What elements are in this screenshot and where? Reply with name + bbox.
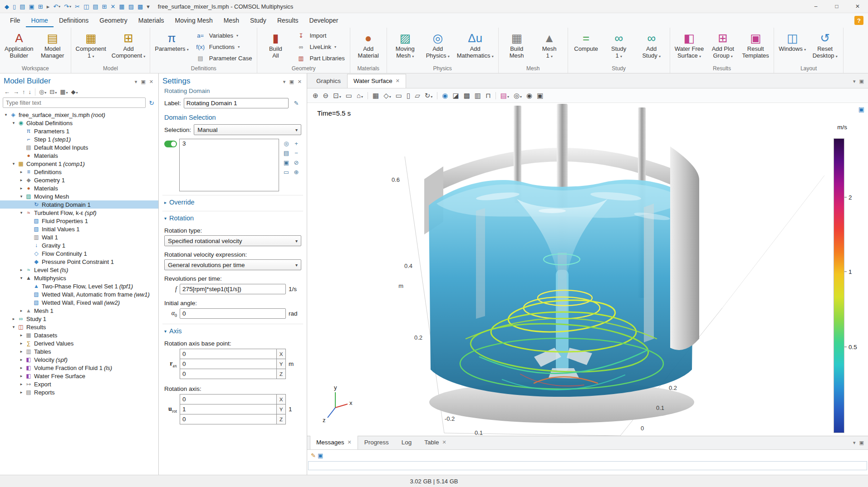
copy-selection-icon[interactable]: ▣ [281,158,291,167]
environment-icon[interactable]: ◎▾ [512,91,524,101]
menu-materials[interactable]: Materials [133,14,170,27]
material-color-icon[interactable]: ▩ [462,91,472,101]
base-y-field[interactable]: 0Y [180,359,286,369]
lock-view-icon[interactable]: ⊓ [484,91,493,101]
zoom-box-icon[interactable]: ▭ [344,91,354,101]
open-in-window-icon[interactable]: ▣ [318,452,323,459]
moving-mesh-button[interactable]: ▨MovingMesh ▾ [389,29,421,61]
tree-item-turbulent-flow-k-[interactable]: ▾≈Turbulent Flow, k-ε(spf) [0,209,158,217]
tree-item-moving-mesh[interactable]: ▾▨Moving Mesh [0,192,158,200]
back-icon[interactable]: ← [3,88,11,96]
expander-open-icon[interactable]: ▾ [18,276,25,280]
menu-home[interactable]: Home [26,14,54,27]
rotational-velocity-expression-dropdown[interactable]: General revolutions per time ▾ [164,259,301,270]
expander-closed-icon[interactable]: ▸ [18,333,25,337]
maximize-button[interactable]: □ [826,0,847,13]
close-panel-icon[interactable]: ✕ [148,78,155,85]
axis-z-field[interactable]: 0Z [180,414,286,424]
tree-item-definitions[interactable]: ▸≡Definitions [0,168,158,176]
base-x-field[interactable]: 0X [180,349,286,359]
zoom-out-icon[interactable]: ⊖ [321,91,331,101]
component-button[interactable]: ▦Component1 ▾ [74,29,108,61]
minimize-button[interactable]: – [805,0,826,13]
forward-icon[interactable]: → [12,88,20,96]
move-down-icon[interactable]: ↓ [27,88,33,96]
expander-closed-icon[interactable]: ▸ [10,317,17,321]
reset-desktop-button[interactable]: ↺ResetDesktop ▾ [809,29,841,61]
menu-developer[interactable]: Developer [304,14,344,27]
functions-button[interactable]: f(x)Functions▾ [192,41,255,53]
parameter-case-button[interactable]: ▤Parameter Case [192,53,255,64]
expander-closed-icon[interactable]: ▸ [18,268,25,272]
axis-y-field[interactable]: 1Y [180,404,286,414]
expander-closed-icon[interactable]: ▸ [18,382,25,386]
revolutions-per-time-input[interactable] [180,284,286,294]
messages-tab-table[interactable]: Table✕ [418,435,453,449]
tree-item-level-set[interactable]: ▸≈Level Set(ls) [0,266,158,274]
tree-item-free-surface-mixer-ls-mph[interactable]: ▾◈free_surface_mixer_ls.mph(root) [0,111,158,119]
graphics-tab-graphics[interactable]: Graphics [310,74,347,88]
tree-item-parameters-1[interactable]: πParameters 1 [0,127,158,135]
parameters-button[interactable]: πParameters ▾ [152,29,191,54]
tree-item-initial-values-1[interactable]: ▧Initial Values 1 [0,225,158,233]
menu-geometry[interactable]: Geometry [94,14,132,27]
remove-from-selection-icon[interactable]: − [291,148,301,158]
scene-light-icon[interactable]: ◉ [440,91,450,101]
show-options-icon[interactable]: ◎▾ [38,88,48,96]
tree-item-mesh-1[interactable]: ▸▲Mesh 1 [0,307,158,315]
tree-item-step-1[interactable]: ⌐Step 1(step1) [0,135,158,143]
section-domain-selection[interactable]: Domain Selection [162,113,303,121]
add-to-selection-icon[interactable]: + [291,139,301,148]
clear-messages-icon[interactable]: ✎ [311,452,316,459]
expander-open-icon[interactable]: ▾ [18,194,25,199]
result-templates-button[interactable]: ▣ResultTemplates [740,29,771,60]
save-icon[interactable]: ▣ [27,3,36,10]
tree-item-materials[interactable]: ▸●Materials [0,184,158,192]
build-mesh-button[interactable]: ▦BuildMesh [501,29,533,60]
build-all-button[interactable]: ▮BuildAll [260,29,291,60]
rotation-type-dropdown[interactable]: Specified rotational velocity ▾ [164,235,301,246]
tree-item-velocity[interactable]: ▸◧Velocity(spf) [0,356,158,364]
add-table-icon[interactable]: ▦ [117,3,126,10]
move-up-icon[interactable]: ↑ [21,88,27,96]
undo-icon[interactable]: ↶▾ [51,3,62,10]
add-mathematics-button[interactable]: ΔuAddMathematics ▾ [455,29,496,61]
table-settings-icon[interactable]: ▩ [136,3,145,10]
panel-menu-icon[interactable]: ▾ [282,78,287,85]
panel-menu-icon[interactable]: ▾ [852,77,857,85]
remove-table-icon[interactable]: ▨ [127,3,136,10]
color-table-icon[interactable]: ▤▾ [499,91,511,101]
menu-moving-mesh[interactable]: Moving Mesh [170,14,218,27]
tree-item-pressure-point-constraint-1[interactable]: ◆Pressure Point Constraint 1 [0,258,158,266]
3d-scene[interactable]: 0.6 0.4 0.2 m -0.2 0.1 0.2 0.1 0 [307,103,868,436]
tree-item-study-1[interactable]: ▸∞Study 1 [0,315,158,323]
tree-item-wall-1[interactable]: ▥Wall 1 [0,233,158,241]
tree-item-reports[interactable]: ▸▤Reports [0,388,158,396]
float-panel-icon[interactable]: ▣ [139,78,147,85]
cut-icon[interactable]: ✂ [73,3,82,10]
add-physics-button[interactable]: ◎AddPhysics ▾ [422,29,454,61]
create-selection-icon[interactable]: ◎ [281,139,291,148]
section-axis[interactable]: ▾ Axis [162,324,303,335]
wireframe-icon[interactable]: ▥ [473,91,483,101]
float-panel-icon[interactable]: ▣ [858,77,865,85]
transparency-icon[interactable]: ◪ [451,91,461,101]
compute-button[interactable]: =Compute [570,29,602,53]
section-rotation[interactable]: ▾ Rotation [162,211,303,222]
float-panel-icon[interactable]: ▣ [288,78,295,85]
float-panel-icon[interactable]: ▣ [858,438,865,446]
selection-dropdown[interactable]: Manual ▾ [194,124,301,135]
expander-open-icon[interactable]: ▾ [3,112,9,117]
select-box-icon[interactable]: ▭ [281,167,291,177]
tree-item-volume-fraction-of-fluid-1[interactable]: ▸◧Volume Fraction of Fluid 1(ls) [0,364,158,372]
node-group-icon[interactable]: ▦▾ [59,88,69,96]
tree-item-flow-continuity-1[interactable]: ◇Flow Continuity 1 [0,249,158,258]
menu-results[interactable]: Results [272,14,304,27]
new-file-icon[interactable]: ▯ [11,3,18,10]
close-tab-icon[interactable]: ✕ [396,78,400,84]
mesh-1-button[interactable]: ▲Mesh1 ▾ [534,29,565,61]
expander-closed-icon[interactable]: ▸ [18,390,25,394]
selection-list[interactable]: 3 [179,139,279,191]
tree-item-water-free-surface[interactable]: ▸◧Water Free Surface [0,372,158,380]
tree-item-component-1[interactable]: ▾▦Component 1(comp1) [0,160,158,168]
